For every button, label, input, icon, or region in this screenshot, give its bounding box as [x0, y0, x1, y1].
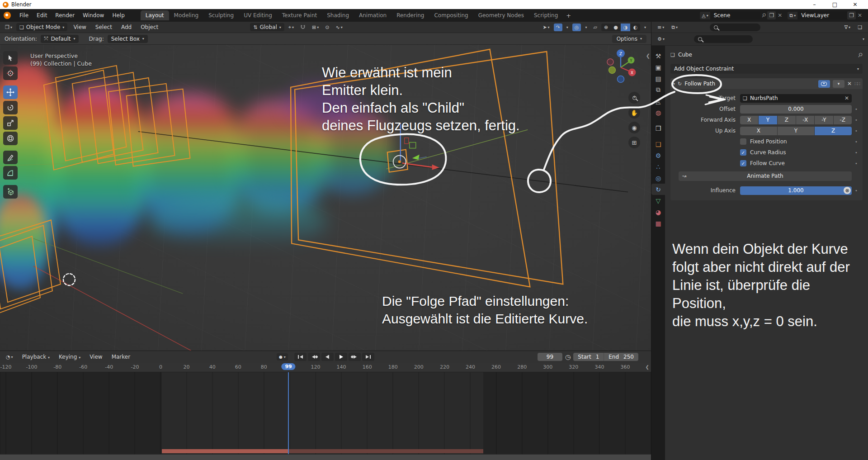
- grid-toggle-icon[interactable]: ⊞: [628, 137, 640, 148]
- workspace-tab-texture-paint[interactable]: Texture Paint: [277, 10, 322, 20]
- workspace-tab-compositing[interactable]: Compositing: [429, 10, 473, 20]
- workspace-tab-uv-editing[interactable]: UV Editing: [239, 10, 277, 20]
- timeline-editor-type-icon[interactable]: ◔▾: [4, 353, 15, 361]
- snap-magnet-icon[interactable]: [298, 24, 308, 31]
- viewport-menu-object[interactable]: Object: [137, 23, 162, 32]
- pivot-point-dropdown[interactable]: ⌖▾: [286, 24, 296, 31]
- delete-scene-icon[interactable]: ✕: [776, 11, 784, 19]
- zoom-icon[interactable]: [628, 92, 640, 104]
- proportional-falloff-dropdown[interactable]: ∿▾: [333, 24, 344, 31]
- outliner-search-input[interactable]: [710, 24, 760, 31]
- decorator-dot[interactable]: •: [852, 188, 861, 193]
- target-field[interactable]: ❑ NurbsPath ✕: [740, 94, 852, 103]
- menu-render[interactable]: Render: [51, 11, 79, 20]
- constraint-extras-dropdown[interactable]: ▾: [833, 80, 844, 88]
- properties-tab-material[interactable]: ◕: [651, 206, 665, 218]
- workspace-tab-layout[interactable]: Layout: [141, 10, 169, 20]
- playhead[interactable]: [288, 372, 289, 454]
- decorator-dot[interactable]: •: [852, 107, 861, 112]
- viewlayer-icon[interactable]: ⧉▾: [788, 12, 797, 19]
- timeline-collapse-icon[interactable]: ❮: [646, 365, 649, 370]
- overlays-toggle[interactable]: ◎: [572, 24, 581, 31]
- shading-dropdown[interactable]: ▾: [642, 24, 648, 30]
- next-keyframe-button[interactable]: [349, 353, 361, 361]
- properties-tab-texture[interactable]: ▦: [651, 218, 665, 229]
- workspace-tab-modeling[interactable]: Modeling: [169, 10, 204, 20]
- forward-axis-y[interactable]: Y: [759, 116, 777, 124]
- properties-tab-view-layer[interactable]: ⧉: [651, 84, 665, 95]
- properties-search-input[interactable]: [694, 35, 753, 43]
- clear-influence-icon[interactable]: ⊗: [844, 187, 851, 194]
- up-axis-z[interactable]: Z: [815, 127, 852, 135]
- tool-rotate-button[interactable]: [3, 101, 18, 114]
- constraint-drag-handle[interactable]: ∷∷: [854, 81, 860, 87]
- workspace-tab-scripting[interactable]: Scripting: [529, 10, 563, 20]
- timeline-body[interactable]: [0, 372, 651, 460]
- drag-dropdown[interactable]: Select Box▾: [108, 35, 148, 43]
- menu-help[interactable]: Help: [108, 11, 128, 20]
- forward-axis--y[interactable]: -Y: [815, 116, 833, 124]
- checkbox-follow-curve[interactable]: ✓: [740, 160, 746, 166]
- animate-path-button[interactable]: ↝ Animate Path: [679, 171, 852, 181]
- play-reverse-button[interactable]: [321, 353, 334, 361]
- constraint-name[interactable]: Follow Path: [684, 81, 715, 87]
- decorator-dot[interactable]: •: [852, 150, 861, 155]
- timeline-menu-marker[interactable]: Marker: [108, 352, 134, 361]
- workspace-tab-geometry-nodes[interactable]: Geometry Nodes: [473, 10, 529, 20]
- properties-tab-object[interactable]: ❑: [651, 138, 665, 150]
- add-workspace-button[interactable]: +: [563, 10, 574, 21]
- decorator-dot[interactable]: •: [852, 161, 861, 166]
- properties-tab-output[interactable]: ▤: [651, 73, 665, 84]
- workspace-tab-animation[interactable]: Animation: [354, 10, 392, 20]
- influence-slider[interactable]: 1.000 ⊗: [740, 186, 852, 195]
- properties-tab-particles[interactable]: ∴: [651, 161, 665, 172]
- minimize-button[interactable]: –: [804, 1, 825, 8]
- maximize-button[interactable]: □: [825, 1, 845, 8]
- workspace-tab-sculpting[interactable]: Sculpting: [203, 10, 239, 20]
- scene-name[interactable]: Scene: [710, 11, 760, 19]
- properties-tab-collection[interactable]: ❒: [651, 123, 665, 134]
- properties-tab-physics[interactable]: ◎: [651, 172, 665, 184]
- close-button[interactable]: ✕: [845, 1, 865, 8]
- add-constraint-dropdown[interactable]: Add Object Constraint▾: [670, 64, 863, 74]
- properties-tab-world[interactable]: ◍: [651, 107, 665, 118]
- tool-measure-button[interactable]: [3, 166, 18, 180]
- timeline-menu-view[interactable]: View: [85, 352, 106, 361]
- properties-tab-object-data[interactable]: ▽: [651, 195, 665, 206]
- viewport-3d[interactable]: User Perspective (99) Collection | Cube …: [0, 45, 651, 351]
- viewport-menu-select[interactable]: Select: [91, 23, 116, 32]
- gizmos-toggle[interactable]: ↷: [554, 24, 562, 31]
- outliner-display-mode-icon[interactable]: ⧉▾: [669, 24, 680, 31]
- tool-select-box-button[interactable]: [3, 51, 18, 65]
- constraint-delete-icon[interactable]: ✕: [847, 81, 852, 87]
- tool-scale-button[interactable]: [3, 116, 18, 130]
- forward-axis--x[interactable]: -X: [796, 116, 814, 124]
- camera-view-icon[interactable]: ◉: [628, 122, 640, 133]
- timeline-scrollbar[interactable]: [0, 454, 651, 460]
- workspace-tab-rendering[interactable]: Rendering: [392, 10, 429, 20]
- pin-id-icon[interactable]: ⚲: [857, 51, 864, 59]
- stopwatch-icon[interactable]: ◷: [565, 353, 571, 360]
- new-collection-icon[interactable]: ❏: [855, 24, 864, 31]
- tool-move-button[interactable]: [3, 85, 18, 99]
- up-axis-x[interactable]: X: [740, 127, 777, 135]
- jump-to-end-button[interactable]: [362, 353, 374, 361]
- up-axis-y[interactable]: Y: [778, 127, 815, 135]
- constraint-visibility-eye-icon[interactable]: [818, 80, 830, 88]
- transform-orientation-dropdown[interactable]: ⇅ Global▾: [250, 23, 284, 31]
- tool-add-cube-button[interactable]: [3, 185, 18, 199]
- offset-field[interactable]: 0.000: [740, 105, 852, 114]
- forward-axis--z[interactable]: -Z: [834, 116, 852, 124]
- editor-type-icon[interactable]: ❒▾: [3, 24, 14, 31]
- proportional-editing-icon[interactable]: ⊙: [323, 24, 331, 31]
- navigation-gizmo[interactable]: Z Y X: [600, 47, 641, 88]
- properties-tab-modifiers[interactable]: ⚙: [651, 150, 665, 161]
- timeline-menu-keying[interactable]: Keying ▾: [55, 352, 85, 361]
- expand-chevron-icon[interactable]: ▾: [673, 82, 675, 86]
- shading-wireframe-icon[interactable]: ⊕: [601, 24, 611, 31]
- checkbox-curve-radius[interactable]: ✓: [740, 149, 746, 156]
- viewport-menu-view[interactable]: View: [69, 23, 90, 32]
- delete-viewlayer-icon[interactable]: ✕: [856, 11, 864, 19]
- viewport-menu-add[interactable]: Add: [117, 23, 136, 32]
- menu-window[interactable]: Window: [79, 11, 108, 20]
